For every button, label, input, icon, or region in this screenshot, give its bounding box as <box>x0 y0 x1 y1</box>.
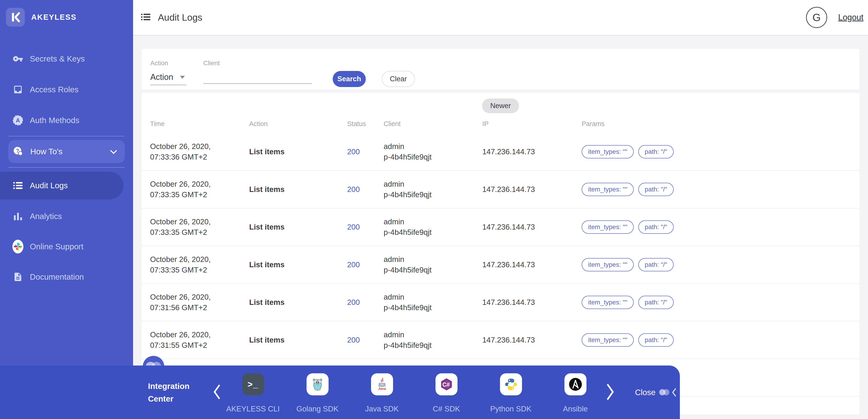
row-date: October 26, 2020, <box>150 254 249 265</box>
column-header-ip: IP <box>482 120 582 128</box>
inbox-icon <box>12 84 23 95</box>
sidebar-item-secrets-keys[interactable]: Secrets & Keys <box>0 47 133 70</box>
svg-text:Java: Java <box>378 386 386 391</box>
auth-badge-icon: A <box>12 115 23 126</box>
row-time: 07:33:35 GMT+2 <box>150 227 249 238</box>
avatar[interactable]: G <box>806 7 827 28</box>
param-chip: item_types: "" <box>582 220 634 234</box>
filter-panel: Action Action Client Search Clear <box>142 49 860 90</box>
row-client: admin <box>384 216 482 227</box>
csharp-icon: C# <box>435 373 458 395</box>
row-ip: 147.236.144.73 <box>482 147 582 156</box>
integration-item-python-sdk[interactable]: Python SDK <box>478 373 543 413</box>
caret-down-icon <box>180 76 185 79</box>
chevron-down-icon <box>110 147 117 156</box>
action-select[interactable]: Action <box>150 69 186 85</box>
row-client: admin <box>384 254 482 265</box>
ansible-icon <box>564 373 586 395</box>
row-action: List items <box>249 185 347 194</box>
integration-item-golang-sdk[interactable]: Golang SDK <box>285 373 350 413</box>
column-header-action: Action <box>249 120 347 128</box>
sidebar-item-label: Documentation <box>30 272 84 281</box>
help-chat-icon: ? <box>13 146 24 157</box>
sidebar-divider <box>8 136 125 137</box>
sidebar-item-label: Auth Methods <box>30 116 80 125</box>
sidebar-item-label: Online Support <box>30 242 83 251</box>
action-filter-label: Action <box>150 59 186 67</box>
search-button[interactable]: Search <box>333 71 366 87</box>
python-icon <box>500 373 522 395</box>
integration-center-title: Integration Center <box>148 380 189 405</box>
row-client: admin <box>384 329 482 340</box>
row-client-id: p-4b4h5ife9qjt <box>384 227 482 238</box>
column-header-params: Params <box>582 120 860 128</box>
page-title: Audit Logs <box>158 12 203 23</box>
venn-circles-icon <box>659 389 669 395</box>
integration-item-java-sdk[interactable]: Java Java SDK <box>350 373 414 413</box>
brand: AKEYLESS <box>0 0 133 34</box>
close-integration-bar-button[interactable]: Close <box>635 388 677 397</box>
sidebar-item-audit-logs[interactable]: Audit Logs <box>0 172 123 199</box>
table-row: October 26, 2020,07:33:36 GMT+2 List ite… <box>142 133 860 171</box>
row-date: October 26, 2020, <box>150 179 249 189</box>
logout-link[interactable]: Logout <box>838 12 863 22</box>
row-ip: 147.236.144.73 <box>482 298 582 307</box>
row-client-id: p-4b4h5ife9qjt <box>384 340 482 351</box>
table-row: October 26, 2020,07:33:35 GMT+2 List ite… <box>142 246 860 284</box>
svg-text:A: A <box>16 117 20 123</box>
svg-text:C#: C# <box>442 381 450 388</box>
row-status: 200 <box>347 185 384 194</box>
column-header-status: Status <box>347 120 384 128</box>
param-chip: path: "/" <box>638 296 674 309</box>
param-chip: item_types: "" <box>582 145 634 158</box>
document-icon <box>12 271 23 282</box>
scroll-right-button[interactable] <box>606 383 615 401</box>
client-input[interactable] <box>203 69 312 84</box>
row-action: List items <box>249 223 347 232</box>
topbar: Audit Logs G Logout <box>133 0 868 36</box>
row-client-id: p-4b4h5ife9qjt <box>384 152 482 162</box>
sidebar-item-analytics[interactable]: Analytics <box>0 205 133 228</box>
sidebar-item-label: How To's <box>30 147 62 156</box>
clear-button[interactable]: Clear <box>382 71 415 87</box>
column-header-client: Client <box>384 120 482 128</box>
integration-item-ansible[interactable]: Ansible <box>543 373 608 413</box>
row-action: List items <box>249 147 347 156</box>
row-client-id: p-4b4h5ife9qjt <box>384 302 482 313</box>
row-ip: 147.236.144.73 <box>482 336 582 345</box>
brand-name: AKEYLESS <box>31 13 76 22</box>
newer-button[interactable]: Newer <box>482 98 519 113</box>
row-date: October 26, 2020, <box>150 141 249 152</box>
bar-chart-icon <box>12 211 23 222</box>
row-ip: 147.236.144.73 <box>482 260 582 269</box>
row-client: admin <box>384 292 482 302</box>
row-client-id: p-4b4h5ife9qjt <box>384 265 482 275</box>
row-date: October 26, 2020, <box>150 292 249 302</box>
param-chip: item_types: "" <box>582 183 634 196</box>
integration-item-akeyless-cli[interactable]: >_ AKEYLESS CLI <box>221 373 285 413</box>
sidebar-item-access-roles[interactable]: Access Roles <box>0 78 133 101</box>
table-row: October 26, 2020,07:31:55 GMT+2 List ite… <box>142 322 860 359</box>
param-chip: item_types: "" <box>582 258 634 271</box>
akeyless-logo-icon <box>6 8 25 27</box>
row-status: 200 <box>347 336 384 345</box>
sidebar-item-documentation[interactable]: Documentation <box>0 265 133 288</box>
sidebar: AKEYLESS Secrets & Keys Access Roles A <box>0 0 133 419</box>
integration-item-csharp-sdk[interactable]: C# C# SDK <box>414 373 478 413</box>
main-content: Action Action Client Search Clear Newer … <box>133 36 868 419</box>
row-client-id: p-4b4h5ife9qjt <box>384 189 482 200</box>
row-time: 07:33:35 GMT+2 <box>150 265 249 275</box>
row-client: admin <box>384 179 482 189</box>
row-status: 200 <box>347 147 384 156</box>
sidebar-item-online-support[interactable]: Online Support <box>0 235 133 258</box>
action-filter: Action Action <box>150 59 186 85</box>
scroll-left-button[interactable] <box>213 384 220 400</box>
sidebar-item-how-tos[interactable]: ? How To's <box>8 140 125 163</box>
row-status: 200 <box>347 298 384 307</box>
param-chip: path: "/" <box>638 220 674 234</box>
row-time: 07:31:55 GMT+2 <box>150 340 249 351</box>
key-icon <box>12 53 23 64</box>
sidebar-item-auth-methods[interactable]: A Auth Methods <box>0 109 133 132</box>
row-date: October 26, 2020, <box>150 216 249 227</box>
param-chip: path: "/" <box>638 183 674 196</box>
